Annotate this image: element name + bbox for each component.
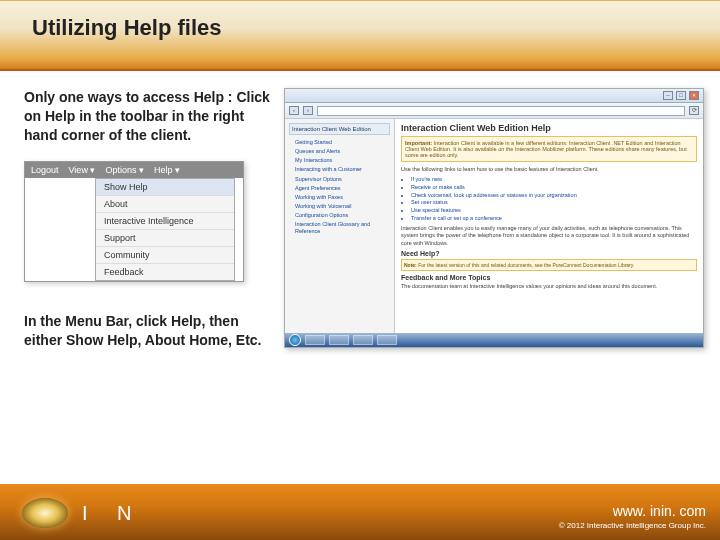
accent-divider — [0, 69, 720, 71]
important-box: Important: Interaction Client is availab… — [401, 136, 697, 162]
slide-footer: I N www. inin. com © 2012 Interactive In… — [0, 484, 720, 540]
help-link[interactable]: Transfer a call or set up a conference — [411, 215, 697, 223]
help-heading: Interaction Client Web Edition Help — [401, 123, 697, 133]
note-box: Note: For the latest version of this and… — [401, 259, 697, 271]
toc-item[interactable]: Working with Faxes — [289, 193, 390, 202]
client-menubar-screenshot: Logout View ▾ Options ▾ Help ▾ Show Help… — [24, 161, 244, 282]
toc-header: Interaction Client Web Edition — [289, 123, 390, 135]
help-paragraph: Interaction Client enables you to easily… — [401, 225, 697, 246]
toc-item[interactable]: Getting Started — [289, 138, 390, 147]
toc-item[interactable]: Supervisor Options — [289, 175, 390, 184]
address-bar[interactable] — [317, 106, 685, 116]
toc-item[interactable]: Agent Preferences — [289, 184, 390, 193]
toc-item[interactable]: Working with Voicemail — [289, 202, 390, 211]
help-dropdown: Show Help About Interactive Intelligence… — [95, 178, 235, 281]
help-item-feedback[interactable]: Feedback — [96, 264, 234, 280]
help-link[interactable]: Set user status — [411, 199, 697, 207]
minimize-icon[interactable]: – — [663, 91, 673, 100]
help-link-list: If you're new Receive or make calls Chec… — [411, 176, 697, 222]
toc-item[interactable]: Queues and Alerts — [289, 147, 390, 156]
note-text: For the latest version of this and relat… — [418, 262, 634, 268]
help-link[interactable]: Check voicemail, look up addresses or st… — [411, 192, 697, 200]
help-item-support[interactable]: Support — [96, 230, 234, 247]
intro-text: Only one ways to access Help : Click on … — [24, 88, 274, 145]
help-toc-panel: Interaction Client Web Edition Getting S… — [285, 119, 395, 333]
close-icon[interactable]: × — [689, 91, 699, 100]
maximize-icon[interactable]: □ — [676, 91, 686, 100]
help-link[interactable]: Receive or make calls — [411, 184, 697, 192]
important-text: Interaction Client is available in a few… — [405, 140, 687, 158]
toc-item[interactable]: Configuration Options — [289, 211, 390, 220]
footer-copyright: © 2012 Interactive Intelligence Group In… — [559, 521, 706, 530]
need-help-heading: Need Help? — [401, 250, 697, 257]
footer-url: www. inin. com — [559, 503, 706, 519]
menu-view[interactable]: View ▾ — [69, 165, 96, 175]
footer-logo: I N — [22, 498, 144, 528]
taskbar-item[interactable] — [353, 335, 373, 345]
help-item-about[interactable]: About — [96, 196, 234, 213]
forward-icon[interactable]: › — [303, 106, 313, 115]
windows-taskbar — [285, 333, 703, 347]
help-link[interactable]: Use special features — [411, 207, 697, 215]
toc-item[interactable]: My Interactions — [289, 156, 390, 165]
menu-options[interactable]: Options ▾ — [105, 165, 144, 175]
menu-help[interactable]: Help ▾ — [154, 165, 180, 175]
window-titlebar: – □ × — [285, 89, 703, 103]
menu-logout[interactable]: Logout — [31, 165, 59, 175]
toc-item[interactable]: Interacting with a Customer — [289, 165, 390, 174]
feedback-heading: Feedback and More Topics — [401, 274, 697, 281]
help-item-community[interactable]: Community — [96, 247, 234, 264]
browser-toolbar: ‹ › ⟳ — [285, 103, 703, 119]
slide-title: Utilizing Help files — [32, 15, 720, 41]
logo-letters: I N — [82, 502, 144, 525]
back-icon[interactable]: ‹ — [289, 106, 299, 115]
help-item-showhelp[interactable]: Show Help — [96, 179, 234, 196]
help-link[interactable]: If you're new — [411, 176, 697, 184]
help-item-inin[interactable]: Interactive Intelligence — [96, 213, 234, 230]
outro-text: In the Menu Bar, click Help, then either… — [24, 312, 274, 350]
taskbar-item[interactable] — [305, 335, 325, 345]
logo-orb-icon — [22, 498, 68, 528]
taskbar-item[interactable] — [329, 335, 349, 345]
help-browser-screenshot: – □ × ‹ › ⟳ Interaction Client Web Editi… — [284, 88, 704, 348]
note-label: Note: — [404, 262, 417, 268]
menubar: Logout View ▾ Options ▾ Help ▾ — [25, 162, 243, 178]
start-button-icon[interactable] — [289, 334, 301, 346]
feedback-text: The documentation team at Interactive In… — [401, 283, 697, 290]
toc-item[interactable]: Interaction Client Glossary and Referenc… — [289, 220, 390, 236]
refresh-icon[interactable]: ⟳ — [689, 106, 699, 115]
taskbar-item[interactable] — [377, 335, 397, 345]
help-content-pane: Interaction Client Web Edition Help Impo… — [395, 119, 703, 333]
help-intro-line: Use the following links to learn how to … — [401, 166, 697, 173]
